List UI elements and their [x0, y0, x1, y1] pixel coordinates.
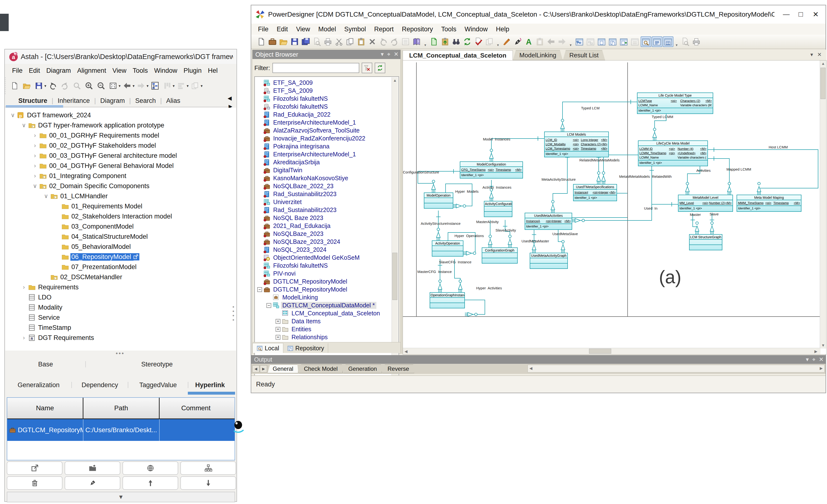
document-tab-lcm-conceptual-data-sceleton[interactable]: LCM_Conceptual_data_Sceleton — [403, 50, 513, 60]
open-workspace-button[interactable] — [267, 36, 278, 47]
collapse-left-icon[interactable]: ◀ — [228, 95, 232, 101]
find-button[interactable] — [311, 36, 322, 47]
show-notes-button[interactable] — [652, 36, 662, 47]
browser-item-filozofski-fakultetns[interactable]: Filozofski fakultetNS — [257, 103, 329, 111]
format-brush-button[interactable] — [501, 36, 512, 47]
dropdown-caret-icon[interactable]: ▾ — [147, 83, 149, 88]
menu-item-hel[interactable]: Hel — [208, 67, 218, 74]
new-file-button[interactable] — [9, 80, 20, 91]
relationship-label-usedmetamaster[interactable]: UsedMetaMaster — [522, 239, 549, 243]
chevron-right-icon[interactable]: › — [31, 142, 39, 149]
tree-item-service[interactable]: Service — [20, 313, 62, 323]
browser-item-lcm-conceptual-data-sceleton[interactable]: LCM_Conceptual_data_Sceleton — [276, 309, 381, 317]
check-model-button[interactable] — [473, 36, 484, 47]
tree-item-01-integrating-component[interactable]: ›01_Integrating Component — [31, 171, 129, 181]
menu-item-file[interactable]: File — [12, 67, 23, 74]
delete-button[interactable] — [367, 36, 378, 47]
print-button[interactable] — [323, 36, 333, 47]
browser-item-filozofski-fakultetns[interactable]: Filozofski fakultetNS — [257, 95, 329, 103]
chevron-down-icon[interactable]: ∨ — [20, 122, 28, 129]
entity-usedmetaactivities[interactable]: UsedMetaActivitiesInstanceA<pi>Integer<M… — [525, 213, 572, 230]
browser-item-univerzitet[interactable]: Univerzitet — [257, 198, 303, 206]
tab-search[interactable]: Search — [131, 97, 160, 105]
dropdown-caret-icon[interactable]: ▾ — [133, 83, 135, 88]
repository-find-button[interactable] — [451, 36, 461, 47]
relationship-label-usedmetaslave[interactable]: UsedMetaSlave — [552, 232, 578, 236]
menu-item-alignment[interactable]: Alignment — [77, 67, 106, 74]
output-scroll-left-icon[interactable]: ◀ — [252, 365, 259, 373]
tab-local[interactable]: Local — [252, 343, 283, 353]
show-grid-button[interactable] — [663, 36, 673, 47]
tree-item-00-02-dgthyf-stakeholders-model[interactable]: ›00_02_DGTHyF Stakeholders model — [31, 141, 158, 151]
panel-resize-handle[interactable]: •••• — [233, 305, 235, 322]
entity-activityconfiguration[interactable]: ActivityConfiguration — [484, 201, 513, 217]
menu-item-view[interactable]: View — [296, 25, 310, 33]
hyperlink-table-row[interactable]: DGTLCM_RepositoryMC:/Users/Branko/Deskt.… — [7, 419, 235, 441]
browser-item-data-items[interactable]: +Data Items — [276, 317, 322, 325]
tree-item-00-01-dgrhyf-requirements-model[interactable]: ›00_01_DGRHyF Requirements model — [31, 130, 161, 141]
scroll-down-icon[interactable]: ▼ — [820, 342, 826, 349]
pin-icon[interactable]: ⌖ — [812, 356, 816, 363]
column-header-name[interactable]: Name — [7, 398, 84, 418]
tree-item-05-behavioralmodel[interactable]: 05_BehavioralModel — [53, 242, 133, 252]
menu-item-file[interactable]: File — [258, 25, 269, 33]
chevron-right-icon[interactable]: › — [31, 152, 39, 159]
history-forward-button[interactable] — [136, 80, 147, 91]
align-tools-button[interactable] — [161, 80, 173, 91]
panel-splitter[interactable] — [401, 50, 403, 354]
tab-dependency[interactable]: Dependency — [72, 381, 128, 389]
entity-meta-model-maping[interactable]: Meta Model MapingMMM_TimeStamp<pi>Timest… — [737, 195, 801, 212]
relationship-label-activity-instances[interactable]: Activity Instances — [482, 185, 512, 189]
tree-item-02-dscmetahandler[interactable]: 02_DSCMetaHandler — [42, 272, 125, 282]
menu-item-plugin[interactable]: Plugin — [184, 67, 202, 74]
output-panel-header[interactable]: Output ▾ ⌖ ✕ — [251, 355, 826, 364]
zoom-out-button[interactable] — [95, 80, 107, 91]
menu-item-edit[interactable]: Edit — [29, 67, 40, 74]
show-diagrams-button[interactable] — [607, 36, 618, 47]
report-button[interactable] — [400, 36, 411, 47]
tab-list-icon[interactable]: ▾ — [810, 52, 813, 58]
toolbar-group-caret-icon[interactable]: ▾ — [676, 43, 678, 49]
synchronize-button[interactable] — [462, 36, 473, 47]
scroll-right-icon[interactable]: ▶ — [813, 348, 819, 354]
new-button[interactable] — [256, 36, 267, 47]
print-preview-button[interactable] — [680, 36, 690, 47]
expand-box-icon[interactable]: + — [276, 335, 280, 340]
relationship-label-hyper-models[interactable]: Hyper Models — [455, 189, 479, 193]
show-links-button[interactable] — [630, 36, 640, 47]
tab-hyperlink[interactable]: Hyperlink — [188, 381, 232, 389]
next-view-button[interactable] — [557, 36, 567, 47]
relationship-label-slavecfg-instance[interactable]: SlaveCFG Instance — [439, 260, 471, 264]
browser-item-etf-sa-2009[interactable]: ETF_SA_2009 — [257, 87, 314, 95]
browser-item-pokrajina-integrisana[interactable]: Pokrajina integrisana — [257, 143, 331, 150]
scroll-left-icon[interactable]: ◀ — [403, 348, 409, 354]
tree-item-dgt-requirements[interactable]: ›RDGT Requirements — [20, 333, 96, 343]
open-project-button[interactable] — [21, 80, 32, 91]
show-package-hierarchy-button[interactable] — [574, 36, 585, 47]
tree-item-timestamp[interactable]: TimeStamp — [20, 323, 74, 333]
tree-item-dgt-hyper-framework-application-prototype[interactable]: ∨DGT hyper-framework application prototy… — [20, 120, 166, 130]
close-icon[interactable]: ✕ — [394, 51, 398, 58]
dropdown-caret-icon[interactable]: ▾ — [187, 83, 189, 88]
entity-lcm-structuregraph[interactable]: LCM StructureGraph — [689, 234, 722, 250]
relationship-label-host-lcmm[interactable]: Host LCMM — [769, 145, 788, 149]
tree-item-ldo[interactable]: LDO — [20, 292, 54, 302]
browser-item-alatzarazvojsoftvera-toolsuite[interactable]: AlatZaRazvojSoftvera_ToolSuite — [257, 126, 361, 134]
tree-item-00-03-dgthyf-general-architecture-model[interactable]: ›00_03_DGTHyF General architecture model — [31, 151, 179, 161]
open-button[interactable] — [278, 36, 289, 47]
tab-taggedvalue[interactable]: TaggedValue — [128, 381, 188, 389]
repository-consolidate-button[interactable] — [440, 36, 450, 47]
copy-button[interactable] — [345, 36, 355, 47]
maximize-button[interactable]: □ — [795, 9, 806, 20]
output-tab-generation[interactable]: Generation — [343, 365, 382, 373]
browser-item-inovacije-radzakonferenciju2022[interactable]: Inovacije_RadZaKonferenciju2022 — [257, 134, 367, 143]
move-up-button[interactable] — [123, 476, 178, 490]
redo-button[interactable] — [389, 36, 400, 47]
save-button[interactable] — [33, 80, 44, 91]
astah-titlebar[interactable]: a Astah - [C:\Users\Branko\Desktop\DataE… — [5, 49, 237, 64]
zoom-selection-button[interactable] — [641, 36, 651, 47]
menu-item-tools[interactable]: Tools — [441, 25, 456, 33]
zoom-in-button[interactable] — [84, 80, 95, 91]
tree-item-03-componentmodel[interactable]: 03_ComponentModel — [53, 221, 136, 231]
menu-item-symbol[interactable]: Symbol — [344, 25, 366, 33]
